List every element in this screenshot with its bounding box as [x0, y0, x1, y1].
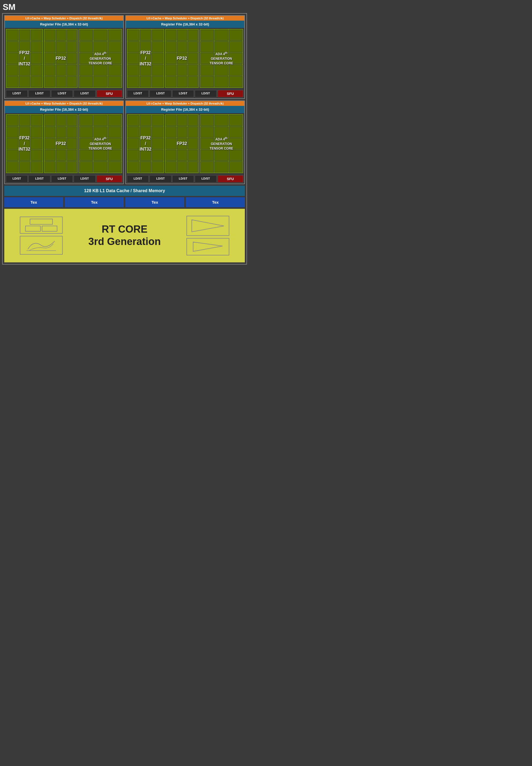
sub-processor-1: L0 i-Cache + Warp Scheduler + Dispatch (… [4, 15, 124, 99]
fp32-int32-block-3: FP32/INT32 [6, 114, 43, 173]
rt-core-label: RT CORE 3rd Generation [76, 223, 174, 248]
sub-processor-4: L0 i-Cache + Warp Scheduler + Dispatch (… [125, 100, 245, 184]
ldst-row-3: LD/ST LD/ST LD/ST LD/ST SFU [5, 174, 123, 184]
ldst-box-4-1: LD/ST [127, 175, 149, 182]
l1-cache-bar: 128 KB L1 Data Cache / Shared Memory [4, 186, 245, 196]
l0-bar-3: L0 i-Cache + Warp Scheduler + Dispatch (… [5, 101, 123, 106]
tensor-block-3: ADA 4thGENERATIONTENSOR CORE [78, 114, 122, 173]
rt-diagram-bottom-left [20, 236, 63, 255]
rt-diagram-top-left [20, 216, 63, 234]
svg-marker-1 [192, 220, 224, 232]
ldst-box-2-4: LD/ST [195, 90, 216, 97]
svg-marker-2 [193, 242, 223, 251]
compute-area-3: FP32/INT32 FP32 [5, 113, 123, 174]
ldst-row-4: LD/ST LD/ST LD/ST LD/ST SFU [126, 174, 244, 184]
tex-box-2: Tex [65, 197, 124, 207]
ldst-box-3-3: LD/ST [51, 175, 73, 182]
tex-row: Tex Tex Tex Tex [4, 197, 245, 207]
l0-bar-1: L0 i-Cache + Warp Scheduler + Dispatch (… [5, 16, 123, 21]
ldst-box-4-3: LD/ST [172, 175, 194, 182]
rt-triangle-top [190, 218, 225, 233]
rt-core-area: RT CORE 3rd Generation [4, 209, 245, 262]
sub-processor-3: L0 i-Cache + Warp Scheduler + Dispatch (… [4, 100, 124, 184]
fp32-block-1: FP32 [44, 29, 78, 88]
rt-core-title: RT CORE 3rd Generation [76, 223, 174, 248]
rt-diagram-bottom-right [186, 238, 229, 255]
compute-area-2: FP32/INT32 FP32 [126, 28, 244, 89]
tex-box-1: Tex [4, 197, 63, 207]
fp32-block-2: FP32 [165, 29, 199, 88]
ldst-box-3-2: LD/ST [28, 175, 50, 182]
compute-area-1: FP32/INT32 FP32 [5, 28, 123, 89]
reg-file-1: Register File (16,384 x 32-bit) [5, 21, 123, 28]
fp32-block-4: FP32 [165, 114, 199, 173]
rt-diagram-right [174, 216, 242, 255]
sfu-box-2: SFU [218, 90, 243, 97]
reg-file-2: Register File (16,384 x 32-bit) [126, 21, 244, 28]
rt-triangle-bottom [192, 241, 224, 253]
tensor-block-4: ADA 4thGENERATIONTENSOR CORE [200, 114, 243, 173]
ldst-box-1-2: LD/ST [28, 90, 50, 97]
ldst-box-1-4: LD/ST [74, 90, 95, 97]
sfu-box-4: SFU [218, 175, 243, 182]
sfu-box-1: SFU [96, 90, 122, 97]
outer-border: L0 i-Cache + Warp Scheduler + Dispatch (… [2, 13, 247, 264]
fp32-int32-block-4: FP32/INT32 [127, 114, 164, 173]
sub-processor-2: L0 i-Cache + Warp Scheduler + Dispatch (… [125, 15, 245, 99]
rt-diagram-svg-left [25, 238, 57, 252]
l0-bar-4: L0 i-Cache + Warp Scheduler + Dispatch (… [126, 101, 244, 106]
ldst-row-1: LD/ST LD/ST LD/ST LD/ST SFU [5, 89, 123, 98]
reg-file-4: Register File (16,384 x 32-bit) [126, 106, 244, 113]
sfu-box-3: SFU [96, 175, 122, 182]
fp32-int32-block-1: FP32/INT32 [6, 29, 43, 88]
ldst-box-3-1: LD/ST [6, 175, 28, 182]
ldst-box-1-3: LD/ST [51, 90, 73, 97]
ldst-box-2-1: LD/ST [127, 90, 149, 97]
tensor-block-2: ADA 4thGENERATIONTENSOR CORE [200, 29, 243, 88]
tex-box-3: Tex [125, 197, 184, 207]
sm-title: SM [0, 0, 249, 13]
rt-diagram-top-right [186, 216, 229, 236]
fp32-block-3: FP32 [44, 114, 78, 173]
tex-box-4: Tex [186, 197, 245, 207]
ldst-box-4-2: LD/ST [149, 175, 171, 182]
quadrant-grid: L0 i-Cache + Warp Scheduler + Dispatch (… [4, 15, 245, 184]
sm-container: SM L0 i-Cache + Warp Scheduler + Dispatc… [0, 0, 249, 264]
ldst-box-3-4: LD/ST [74, 175, 95, 182]
tensor-block-1: ADA 4thGENERATIONTENSOR CORE [78, 29, 122, 88]
ldst-box-2-3: LD/ST [172, 90, 194, 97]
rt-diagram-left [7, 216, 76, 255]
ldst-box-2-2: LD/ST [149, 90, 171, 97]
fp32-int32-block-2: FP32/INT32 [127, 29, 164, 88]
reg-file-3: Register File (16,384 x 32-bit) [5, 106, 123, 113]
l0-bar-2: L0 i-Cache + Warp Scheduler + Dispatch (… [126, 16, 244, 21]
ldst-row-2: LD/ST LD/ST LD/ST LD/ST SFU [126, 89, 244, 98]
compute-area-4: FP32/INT32 FP32 [126, 113, 244, 174]
ldst-box-4-4: LD/ST [195, 175, 216, 182]
ldst-box-1-1: LD/ST [6, 90, 28, 97]
